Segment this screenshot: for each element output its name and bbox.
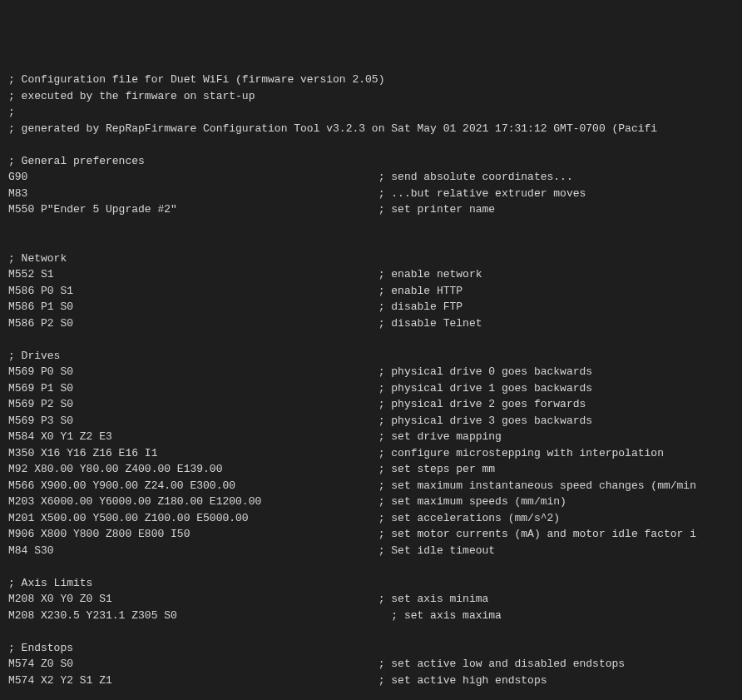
code-line: M906 X800 Y800 Z800 E800 I50 ; set motor… [8, 526, 734, 543]
code-line: M569 P0 S0 ; physical drive 0 goes backw… [8, 364, 734, 380]
code-line [8, 623, 734, 640]
code-line: M550 P"Ender 5 Upgrade #2" ; set printer… [8, 201, 734, 218]
code-line [8, 688, 734, 700]
code-line: ; Configuration file for Duet WiFi (firm… [8, 72, 734, 88]
code-line: M566 X900.00 Y900.00 Z24.00 E300.00 ; se… [8, 478, 734, 494]
code-line: M92 X80.00 Y80.00 Z400.00 E139.00 ; set … [8, 461, 734, 478]
code-line [8, 137, 734, 153]
code-line: ; Drives [8, 348, 734, 365]
code-line [8, 559, 734, 575]
code-line: M84 S30 ; Set idle timeout [8, 543, 734, 559]
code-line: ; generated by RepRapFirmware Configurat… [8, 121, 734, 137]
code-line: M83 ; ...but relative extruder moves [8, 186, 734, 202]
code-line: M574 X2 Y2 S1 Z1 ; set active high endst… [8, 673, 734, 689]
code-line: M569 P3 S0 ; physical drive 3 goes backw… [8, 413, 734, 429]
code-line: M203 X6000.00 Y6000.00 Z180.00 E1200.00 … [8, 494, 734, 510]
code-line: M208 X0 Y0 Z0 S1 ; set axis minima [8, 591, 734, 608]
code-line: ; executed by the firmware on start-up [8, 88, 734, 105]
code-line: M552 S1 ; enable network [8, 266, 734, 283]
code-line [8, 331, 734, 348]
code-line [8, 234, 734, 251]
code-line: M208 X230.5 Y231.1 Z305 S0 ; set axis ma… [8, 608, 734, 624]
code-line: M586 P2 S0 ; disable Telnet [8, 315, 734, 332]
code-line: G90 ; send absolute coordinates... [8, 169, 734, 186]
code-line: M586 P1 S0 ; disable FTP [8, 299, 734, 315]
code-line: M350 X16 Y16 Z16 E16 I1 ; configure micr… [8, 445, 734, 462]
code-viewer: ; Configuration file for Duet WiFi (firm… [8, 72, 734, 700]
code-line: M569 P1 S0 ; physical drive 1 goes backw… [8, 380, 734, 397]
code-line: ; General preferences [8, 153, 734, 170]
code-line: M586 P0 S1 ; enable HTTP [8, 283, 734, 300]
code-line: M574 Z0 S0 ; set active low and disabled… [8, 656, 734, 673]
code-line: M569 P2 S0 ; physical drive 2 goes forwa… [8, 396, 734, 413]
code-line: ; Network [8, 251, 734, 267]
code-line: M201 X500.00 Y500.00 Z100.00 E5000.00 ; … [8, 510, 734, 527]
code-line [8, 218, 734, 235]
code-line: ; Axis Limits [8, 575, 734, 592]
code-line: ; [8, 104, 734, 121]
code-line: ; Endstops [8, 640, 734, 657]
code-line: M584 X0 Y1 Z2 E3 ; set drive mapping [8, 429, 734, 445]
